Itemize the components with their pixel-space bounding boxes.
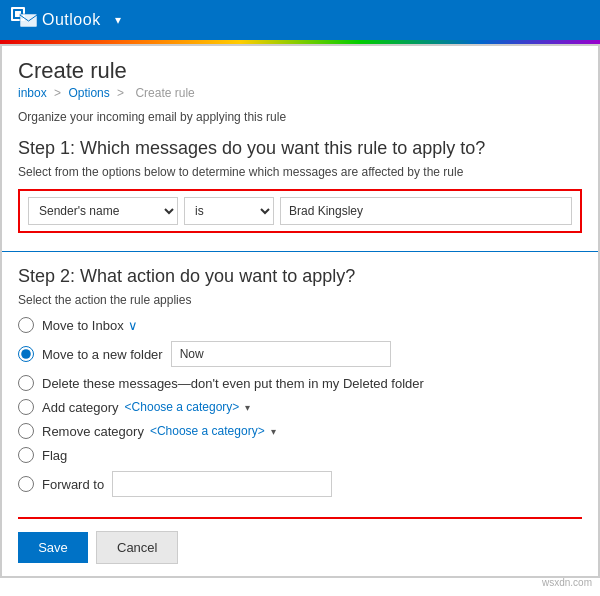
action-label-forward[interactable]: Forward to [42,477,104,492]
main-content: Create rule inbox > Options > Create rul… [0,44,600,578]
action-radio-remove-category[interactable] [18,423,34,439]
action-radio-forward[interactable] [18,476,34,492]
action-radio-add-category[interactable] [18,399,34,415]
add-category-dropdown[interactable]: <Choose a category> [125,400,240,414]
action-label-move-inbox[interactable]: Move to Inbox ∨ [42,318,138,333]
app-name-label: Outlook [42,11,101,29]
step1-title: Step 1: Which messages do you want this … [18,138,582,159]
action-item-add-category: Add category <Choose a category> ▾ [18,399,582,415]
action-radio-move-inbox[interactable] [18,317,34,333]
top-bar: Outlook ▾ [0,0,600,40]
action-radio-delete[interactable] [18,375,34,391]
breadcrumb: inbox > Options > Create rule [18,86,582,100]
action-label-flag[interactable]: Flag [42,448,67,463]
filter-value-input[interactable] [280,197,572,225]
step2-title: Step 2: What action do you want to apply… [18,266,582,287]
outlook-logo: Outlook [10,6,101,34]
action-radio-move-folder[interactable] [18,346,34,362]
button-row: Save Cancel [18,517,582,564]
action-item-forward: Forward to [18,471,582,497]
breadcrumb-options[interactable]: Options [68,86,109,100]
remove-category-dropdown[interactable]: <Choose a category> [150,424,265,438]
section-divider [2,251,598,252]
action-item-remove-category: Remove category <Choose a category> ▾ [18,423,582,439]
page-title: Create rule [18,58,582,84]
action-list: Move to Inbox ∨ Move to a new folder Del… [18,317,582,497]
action-item-delete: Delete these messages—don't even put the… [18,375,582,391]
action-label-move-folder[interactable]: Move to a new folder [42,347,163,362]
action-item-flag: Flag [18,447,582,463]
app-menu-dropdown[interactable]: ▾ [109,9,127,31]
forward-to-input[interactable] [112,471,332,497]
action-radio-flag[interactable] [18,447,34,463]
new-folder-input[interactable] [171,341,391,367]
breadcrumb-current: Create rule [135,86,194,100]
step1-description: Select from the options below to determi… [18,165,582,179]
filter-row: Sender's name From Subject To Body is co… [18,189,582,233]
breadcrumb-inbox[interactable]: inbox [18,86,47,100]
cancel-button[interactable]: Cancel [96,531,178,564]
watermark: wsxdn.com [542,577,592,588]
page-description: Organize your incoming email by applying… [18,110,582,124]
step2-description: Select the action the rule applies [18,293,582,307]
action-label-remove-category[interactable]: Remove category <Choose a category> ▾ [42,424,276,439]
action-item-move-inbox: Move to Inbox ∨ [18,317,582,333]
save-button[interactable]: Save [18,532,88,563]
filter-condition-select[interactable]: is contains starts with ends with [184,197,274,225]
action-item-move-folder: Move to a new folder [18,341,582,367]
inbox-dropdown-link[interactable]: ∨ [128,318,138,333]
action-label-add-category[interactable]: Add category <Choose a category> ▾ [42,400,250,415]
outlook-logo-icon [10,6,38,34]
action-label-delete[interactable]: Delete these messages—don't even put the… [42,376,424,391]
filter-field-select[interactable]: Sender's name From Subject To Body [28,197,178,225]
